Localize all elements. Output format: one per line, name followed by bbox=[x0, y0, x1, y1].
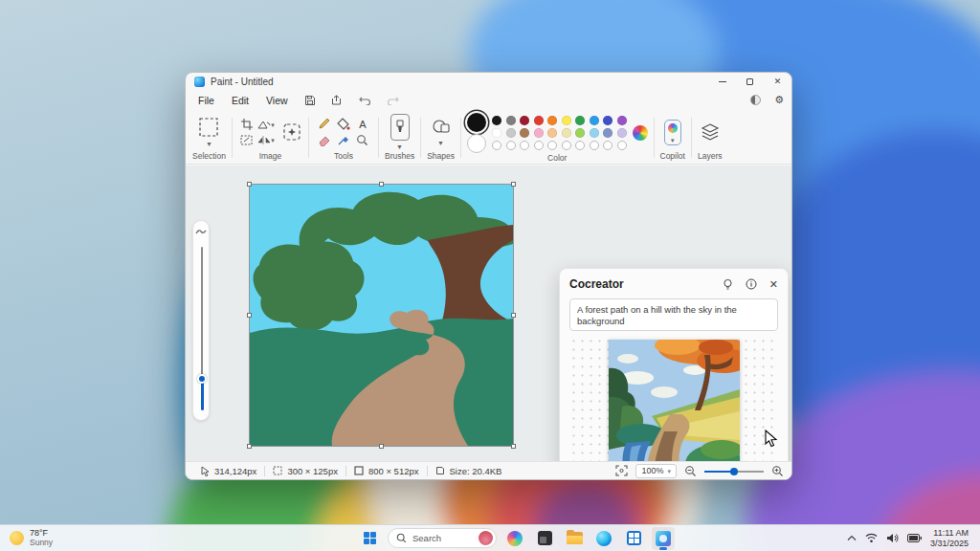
tray-chevron-up-icon[interactable] bbox=[847, 535, 857, 541]
selection-tool-button[interactable]: ▼ bbox=[198, 117, 219, 147]
color-swatch-empty[interactable] bbox=[603, 141, 612, 150]
redo-button[interactable] bbox=[387, 95, 399, 105]
zoom-in-icon[interactable] bbox=[771, 465, 784, 477]
fill-button[interactable] bbox=[337, 118, 350, 130]
layers-button[interactable] bbox=[701, 122, 720, 142]
magic-select-button[interactable] bbox=[281, 121, 302, 143]
color-swatch-empty[interactable] bbox=[547, 141, 557, 150]
color-swatch[interactable] bbox=[520, 128, 529, 138]
zoom-out-icon[interactable] bbox=[684, 465, 697, 477]
magnifier-button[interactable] bbox=[356, 134, 368, 146]
flip-button[interactable]: ▾ bbox=[257, 135, 275, 145]
save-button[interactable] bbox=[304, 95, 316, 106]
color-swatch-empty[interactable] bbox=[506, 141, 516, 150]
color-swatch-empty[interactable] bbox=[520, 141, 529, 150]
settings-gear-icon[interactable]: ⚙ bbox=[774, 95, 784, 105]
color-swatch[interactable] bbox=[506, 116, 516, 125]
color-swatch[interactable] bbox=[562, 128, 571, 138]
eyedropper-button[interactable] bbox=[337, 134, 349, 146]
selection-handle[interactable] bbox=[379, 444, 384, 449]
prompt-input[interactable]: A forest path on a hill with the sky in … bbox=[569, 298, 778, 331]
pencil-button[interactable] bbox=[318, 118, 330, 130]
selection-handle[interactable] bbox=[247, 444, 252, 449]
taskbar-clock[interactable]: 11:11 AM 3/31/2025 bbox=[930, 528, 969, 548]
crop-button[interactable] bbox=[241, 119, 253, 130]
color-swatch[interactable] bbox=[590, 128, 599, 138]
color-swatch[interactable] bbox=[534, 128, 544, 138]
color-swatch-empty[interactable] bbox=[534, 141, 544, 150]
color-swatch[interactable] bbox=[562, 116, 571, 125]
menu-view[interactable]: View bbox=[257, 93, 297, 108]
brushes-button[interactable]: ▼ bbox=[390, 114, 410, 150]
cocreator-close-icon[interactable]: ✕ bbox=[769, 278, 778, 291]
color-swatch[interactable] bbox=[547, 116, 557, 125]
color2-swatch[interactable] bbox=[467, 134, 486, 153]
generated-image[interactable] bbox=[609, 340, 740, 480]
menu-edit[interactable]: Edit bbox=[223, 93, 257, 108]
selection-handle[interactable] bbox=[511, 182, 516, 187]
taskbar-search[interactable]: Search bbox=[388, 528, 497, 548]
color-swatch[interactable] bbox=[617, 116, 627, 125]
taskbar-copilot[interactable] bbox=[503, 527, 526, 550]
resize-button[interactable] bbox=[240, 135, 253, 145]
brush-size-thumb[interactable] bbox=[197, 374, 207, 384]
wifi-icon[interactable] bbox=[865, 533, 878, 543]
color-swatch[interactable] bbox=[506, 128, 516, 138]
color-swatch[interactable] bbox=[603, 128, 612, 138]
close-button[interactable]: ✕ bbox=[764, 73, 791, 90]
color-swatch-empty[interactable] bbox=[590, 141, 599, 150]
zoom-slider[interactable] bbox=[704, 467, 764, 475]
color-swatch[interactable] bbox=[534, 116, 544, 125]
taskbar-dark-app[interactable] bbox=[533, 527, 556, 550]
taskbar-weather[interactable]: 78°F Sunny bbox=[0, 529, 53, 547]
selection-handle[interactable] bbox=[247, 313, 252, 318]
selection-handle[interactable] bbox=[379, 182, 384, 187]
undo-button[interactable] bbox=[359, 95, 371, 105]
taskbar-file-explorer[interactable] bbox=[563, 527, 586, 550]
volume-icon[interactable] bbox=[886, 533, 899, 543]
text-button[interactable]: A bbox=[357, 119, 368, 130]
color-swatch-empty[interactable] bbox=[617, 141, 627, 150]
color-swatch[interactable] bbox=[520, 116, 529, 125]
color-swatch[interactable] bbox=[575, 128, 585, 138]
color1-selected-swatch[interactable] bbox=[467, 113, 486, 132]
shapes-button[interactable]: ▼ bbox=[431, 118, 452, 146]
color-swatch[interactable] bbox=[492, 116, 501, 125]
menu-file[interactable]: File bbox=[189, 93, 223, 108]
brush-size-track[interactable] bbox=[201, 247, 203, 377]
maximize-button[interactable] bbox=[736, 73, 764, 90]
color-swatch[interactable] bbox=[547, 128, 557, 138]
color-swatch-empty[interactable] bbox=[562, 141, 571, 150]
chevron-down-icon[interactable]: ▼ bbox=[206, 141, 212, 147]
taskbar-store[interactable] bbox=[622, 527, 645, 550]
export-button[interactable] bbox=[331, 95, 344, 106]
color-swatch[interactable] bbox=[575, 116, 585, 125]
minimize-button[interactable] bbox=[708, 73, 736, 90]
color-swatch[interactable] bbox=[590, 116, 599, 125]
color-swatch-empty[interactable] bbox=[575, 141, 585, 150]
color-swatch-empty[interactable] bbox=[492, 141, 501, 150]
chevron-down-icon[interactable]: ▼ bbox=[437, 140, 444, 146]
search-highlight-image[interactable] bbox=[479, 531, 493, 545]
zoom-level-dropdown[interactable]: 100% ▾ bbox=[635, 464, 677, 478]
color-swatch[interactable] bbox=[603, 116, 612, 125]
start-button[interactable] bbox=[358, 527, 381, 550]
selection-handle[interactable] bbox=[247, 182, 252, 187]
title-bar[interactable]: Paint - Untitled ✕ bbox=[186, 73, 791, 90]
selection-handle[interactable] bbox=[511, 313, 516, 318]
copilot-button[interactable]: ▾ bbox=[664, 120, 681, 145]
taskbar-edge[interactable] bbox=[592, 527, 615, 550]
eraser-button[interactable] bbox=[318, 135, 330, 146]
info-icon[interactable] bbox=[746, 278, 757, 290]
fit-screen-icon[interactable] bbox=[615, 465, 628, 476]
edit-colors-button[interactable] bbox=[633, 125, 648, 141]
taskbar-paint-active[interactable] bbox=[652, 527, 675, 550]
lightbulb-icon[interactable] bbox=[723, 278, 733, 291]
color-swatch[interactable] bbox=[617, 128, 627, 138]
selection-handle[interactable] bbox=[511, 444, 516, 449]
rotate-button[interactable]: ▾ bbox=[257, 120, 275, 130]
battery-icon[interactable] bbox=[907, 534, 922, 542]
account-icon[interactable] bbox=[750, 95, 761, 105]
canvas[interactable] bbox=[250, 185, 513, 446]
chevron-down-icon[interactable]: ▼ bbox=[396, 143, 403, 150]
